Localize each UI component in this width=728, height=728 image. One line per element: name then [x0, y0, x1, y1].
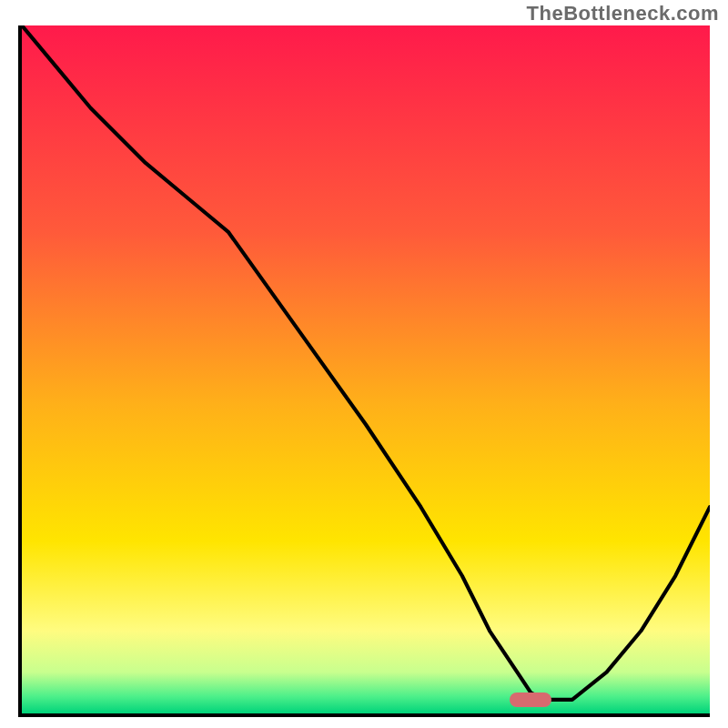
bottleneck-curve	[22, 25, 710, 713]
watermark-text: TheBottleneck.com	[527, 2, 719, 25]
plot-area	[18, 25, 710, 717]
optimum-marker	[510, 693, 551, 707]
chart-stage: TheBottleneck.com	[0, 0, 728, 728]
